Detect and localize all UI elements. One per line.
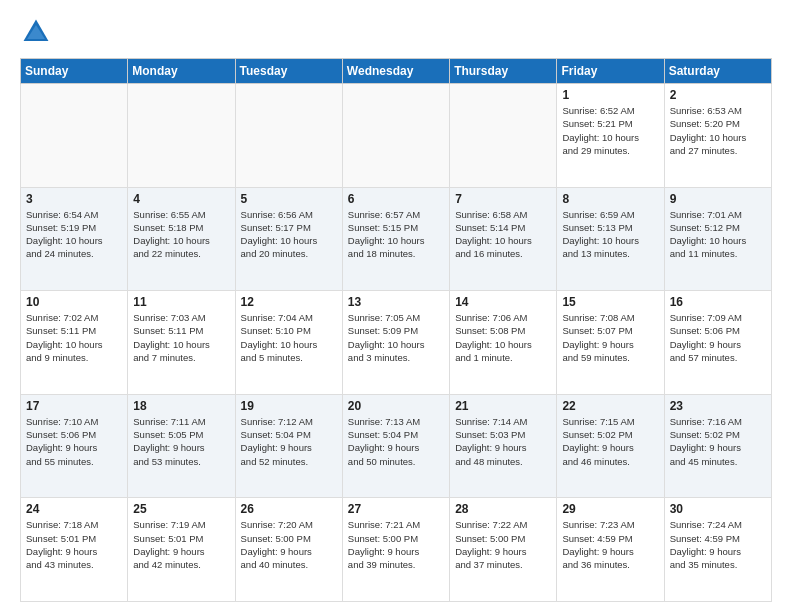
calendar-cell: 11Sunrise: 7:03 AM Sunset: 5:11 PM Dayli… <box>128 291 235 395</box>
day-detail: Sunrise: 7:08 AM Sunset: 5:07 PM Dayligh… <box>562 311 658 364</box>
logo-icon <box>20 16 52 48</box>
day-number: 17 <box>26 399 122 413</box>
day-number: 12 <box>241 295 337 309</box>
weekday-header-saturday: Saturday <box>664 59 771 84</box>
day-detail: Sunrise: 6:59 AM Sunset: 5:13 PM Dayligh… <box>562 208 658 261</box>
calendar-cell: 29Sunrise: 7:23 AM Sunset: 4:59 PM Dayli… <box>557 498 664 602</box>
day-detail: Sunrise: 7:24 AM Sunset: 4:59 PM Dayligh… <box>670 518 766 571</box>
calendar-cell: 26Sunrise: 7:20 AM Sunset: 5:00 PM Dayli… <box>235 498 342 602</box>
day-detail: Sunrise: 7:20 AM Sunset: 5:00 PM Dayligh… <box>241 518 337 571</box>
day-detail: Sunrise: 6:58 AM Sunset: 5:14 PM Dayligh… <box>455 208 551 261</box>
day-detail: Sunrise: 6:56 AM Sunset: 5:17 PM Dayligh… <box>241 208 337 261</box>
calendar-cell: 27Sunrise: 7:21 AM Sunset: 5:00 PM Dayli… <box>342 498 449 602</box>
day-detail: Sunrise: 7:11 AM Sunset: 5:05 PM Dayligh… <box>133 415 229 468</box>
calendar-cell: 18Sunrise: 7:11 AM Sunset: 5:05 PM Dayli… <box>128 394 235 498</box>
weekday-header-wednesday: Wednesday <box>342 59 449 84</box>
weekday-header-friday: Friday <box>557 59 664 84</box>
day-detail: Sunrise: 7:06 AM Sunset: 5:08 PM Dayligh… <box>455 311 551 364</box>
calendar-cell: 4Sunrise: 6:55 AM Sunset: 5:18 PM Daylig… <box>128 187 235 291</box>
calendar-cell: 14Sunrise: 7:06 AM Sunset: 5:08 PM Dayli… <box>450 291 557 395</box>
calendar-cell <box>235 84 342 188</box>
calendar-cell <box>342 84 449 188</box>
day-detail: Sunrise: 7:15 AM Sunset: 5:02 PM Dayligh… <box>562 415 658 468</box>
day-number: 14 <box>455 295 551 309</box>
logo <box>20 16 56 48</box>
calendar-cell <box>128 84 235 188</box>
day-number: 1 <box>562 88 658 102</box>
day-number: 29 <box>562 502 658 516</box>
calendar-cell: 2Sunrise: 6:53 AM Sunset: 5:20 PM Daylig… <box>664 84 771 188</box>
day-detail: Sunrise: 6:52 AM Sunset: 5:21 PM Dayligh… <box>562 104 658 157</box>
day-detail: Sunrise: 6:54 AM Sunset: 5:19 PM Dayligh… <box>26 208 122 261</box>
day-detail: Sunrise: 7:13 AM Sunset: 5:04 PM Dayligh… <box>348 415 444 468</box>
day-detail: Sunrise: 7:14 AM Sunset: 5:03 PM Dayligh… <box>455 415 551 468</box>
calendar-cell: 23Sunrise: 7:16 AM Sunset: 5:02 PM Dayli… <box>664 394 771 498</box>
header <box>20 16 772 48</box>
day-detail: Sunrise: 7:22 AM Sunset: 5:00 PM Dayligh… <box>455 518 551 571</box>
day-detail: Sunrise: 7:16 AM Sunset: 5:02 PM Dayligh… <box>670 415 766 468</box>
day-detail: Sunrise: 7:09 AM Sunset: 5:06 PM Dayligh… <box>670 311 766 364</box>
day-number: 28 <box>455 502 551 516</box>
calendar-cell: 16Sunrise: 7:09 AM Sunset: 5:06 PM Dayli… <box>664 291 771 395</box>
day-detail: Sunrise: 6:57 AM Sunset: 5:15 PM Dayligh… <box>348 208 444 261</box>
day-detail: Sunrise: 6:55 AM Sunset: 5:18 PM Dayligh… <box>133 208 229 261</box>
week-row-5: 24Sunrise: 7:18 AM Sunset: 5:01 PM Dayli… <box>21 498 772 602</box>
day-number: 10 <box>26 295 122 309</box>
calendar-cell: 13Sunrise: 7:05 AM Sunset: 5:09 PM Dayli… <box>342 291 449 395</box>
day-detail: Sunrise: 7:05 AM Sunset: 5:09 PM Dayligh… <box>348 311 444 364</box>
weekday-header-tuesday: Tuesday <box>235 59 342 84</box>
week-row-3: 10Sunrise: 7:02 AM Sunset: 5:11 PM Dayli… <box>21 291 772 395</box>
day-number: 6 <box>348 192 444 206</box>
day-number: 19 <box>241 399 337 413</box>
day-detail: Sunrise: 7:23 AM Sunset: 4:59 PM Dayligh… <box>562 518 658 571</box>
day-detail: Sunrise: 7:03 AM Sunset: 5:11 PM Dayligh… <box>133 311 229 364</box>
calendar-cell: 25Sunrise: 7:19 AM Sunset: 5:01 PM Dayli… <box>128 498 235 602</box>
calendar-cell: 22Sunrise: 7:15 AM Sunset: 5:02 PM Dayli… <box>557 394 664 498</box>
day-number: 27 <box>348 502 444 516</box>
week-row-4: 17Sunrise: 7:10 AM Sunset: 5:06 PM Dayli… <box>21 394 772 498</box>
calendar-cell: 20Sunrise: 7:13 AM Sunset: 5:04 PM Dayli… <box>342 394 449 498</box>
day-number: 16 <box>670 295 766 309</box>
calendar: SundayMondayTuesdayWednesdayThursdayFrid… <box>20 58 772 602</box>
day-number: 21 <box>455 399 551 413</box>
calendar-cell: 17Sunrise: 7:10 AM Sunset: 5:06 PM Dayli… <box>21 394 128 498</box>
calendar-cell: 5Sunrise: 6:56 AM Sunset: 5:17 PM Daylig… <box>235 187 342 291</box>
day-number: 15 <box>562 295 658 309</box>
day-detail: Sunrise: 7:21 AM Sunset: 5:00 PM Dayligh… <box>348 518 444 571</box>
calendar-cell: 24Sunrise: 7:18 AM Sunset: 5:01 PM Dayli… <box>21 498 128 602</box>
day-number: 25 <box>133 502 229 516</box>
weekday-row: SundayMondayTuesdayWednesdayThursdayFrid… <box>21 59 772 84</box>
week-row-1: 1Sunrise: 6:52 AM Sunset: 5:21 PM Daylig… <box>21 84 772 188</box>
weekday-header-sunday: Sunday <box>21 59 128 84</box>
day-number: 13 <box>348 295 444 309</box>
day-number: 5 <box>241 192 337 206</box>
day-detail: Sunrise: 7:02 AM Sunset: 5:11 PM Dayligh… <box>26 311 122 364</box>
calendar-cell: 10Sunrise: 7:02 AM Sunset: 5:11 PM Dayli… <box>21 291 128 395</box>
calendar-cell: 28Sunrise: 7:22 AM Sunset: 5:00 PM Dayli… <box>450 498 557 602</box>
day-number: 22 <box>562 399 658 413</box>
calendar-cell: 6Sunrise: 6:57 AM Sunset: 5:15 PM Daylig… <box>342 187 449 291</box>
calendar-cell: 9Sunrise: 7:01 AM Sunset: 5:12 PM Daylig… <box>664 187 771 291</box>
day-number: 3 <box>26 192 122 206</box>
day-number: 11 <box>133 295 229 309</box>
day-detail: Sunrise: 7:12 AM Sunset: 5:04 PM Dayligh… <box>241 415 337 468</box>
day-number: 30 <box>670 502 766 516</box>
calendar-cell: 8Sunrise: 6:59 AM Sunset: 5:13 PM Daylig… <box>557 187 664 291</box>
day-number: 23 <box>670 399 766 413</box>
calendar-cell: 1Sunrise: 6:52 AM Sunset: 5:21 PM Daylig… <box>557 84 664 188</box>
day-detail: Sunrise: 7:10 AM Sunset: 5:06 PM Dayligh… <box>26 415 122 468</box>
calendar-cell: 12Sunrise: 7:04 AM Sunset: 5:10 PM Dayli… <box>235 291 342 395</box>
week-row-2: 3Sunrise: 6:54 AM Sunset: 5:19 PM Daylig… <box>21 187 772 291</box>
calendar-cell: 19Sunrise: 7:12 AM Sunset: 5:04 PM Dayli… <box>235 394 342 498</box>
day-number: 8 <box>562 192 658 206</box>
day-number: 4 <box>133 192 229 206</box>
day-number: 18 <box>133 399 229 413</box>
calendar-cell: 7Sunrise: 6:58 AM Sunset: 5:14 PM Daylig… <box>450 187 557 291</box>
day-number: 20 <box>348 399 444 413</box>
day-number: 9 <box>670 192 766 206</box>
calendar-cell <box>450 84 557 188</box>
day-detail: Sunrise: 6:53 AM Sunset: 5:20 PM Dayligh… <box>670 104 766 157</box>
calendar-cell: 15Sunrise: 7:08 AM Sunset: 5:07 PM Dayli… <box>557 291 664 395</box>
calendar-cell: 30Sunrise: 7:24 AM Sunset: 4:59 PM Dayli… <box>664 498 771 602</box>
calendar-header: SundayMondayTuesdayWednesdayThursdayFrid… <box>21 59 772 84</box>
